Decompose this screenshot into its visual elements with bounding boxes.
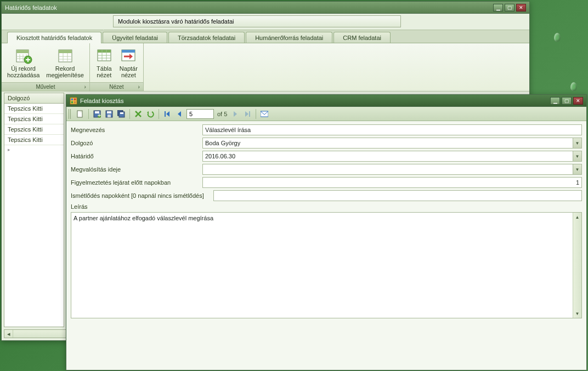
svg-rect-24 bbox=[74, 98, 76, 100]
nav-prev-button[interactable] bbox=[173, 109, 185, 119]
scroll-up-button[interactable]: ▲ bbox=[573, 213, 581, 221]
combo-hatarido[interactable]: 2016.06.30 ▼ bbox=[202, 151, 582, 162]
label-dolgozo: Dolgozó bbox=[71, 140, 202, 146]
undo-button[interactable] bbox=[144, 109, 156, 119]
calendar-plus-icon bbox=[15, 47, 32, 64]
ribbon-table-view[interactable]: Táblanézet bbox=[92, 45, 116, 80]
label-megvalositas: Megvalósítás ideje bbox=[71, 166, 202, 173]
tab-strip: Kiosztott határidős feladatokÜgyvitel fe… bbox=[2, 30, 529, 43]
dialog-form: Megnevezés Dolgozó Boda György ▼ Határid… bbox=[66, 121, 586, 370]
breadcrumb-bar: Modulok kiosztásra váró határidős felada… bbox=[2, 14, 529, 30]
grid-row[interactable]: Tepszics Kitti bbox=[4, 135, 64, 145]
combo-megvalositas[interactable]: ▼ bbox=[202, 164, 582, 175]
ribbon-show-record[interactable]: Rekordmegjelenítése bbox=[43, 45, 87, 80]
nav-next-button[interactable] bbox=[229, 109, 241, 119]
label-ismetlodes: Ismétlődés napokként [0 napnál nincs ism… bbox=[71, 192, 213, 199]
undo-icon bbox=[146, 110, 154, 118]
mail-button[interactable] bbox=[258, 109, 270, 119]
new-button[interactable] bbox=[74, 109, 86, 119]
ribbon-calendar-view[interactable]: Naptárnézet bbox=[116, 45, 141, 80]
grid-new-row[interactable] bbox=[4, 145, 64, 154]
dialog-icon bbox=[70, 97, 77, 105]
grid-row[interactable]: Tepszics Kitti bbox=[4, 124, 64, 135]
label-megnevezes: Megnevezés bbox=[71, 127, 202, 133]
svg-text:+: + bbox=[98, 112, 101, 118]
svg-rect-15 bbox=[98, 50, 111, 53]
grid-row[interactable]: Tepszics Kitti bbox=[4, 114, 64, 124]
ribbon-new-record[interactable]: Új rekordhozzáadása bbox=[4, 45, 43, 80]
nav-first-button[interactable] bbox=[161, 109, 173, 119]
svg-rect-1 bbox=[16, 50, 29, 53]
scroll-down-button[interactable]: ▼ bbox=[573, 309, 581, 318]
delete-icon bbox=[135, 111, 142, 117]
ribbon: Új rekordhozzáadásaRekordmegjelenítéseMű… bbox=[2, 43, 529, 92]
nav-last-button[interactable] bbox=[241, 109, 253, 119]
tab-2[interactable]: Törzsadatok feladatai bbox=[168, 32, 245, 43]
tab-3[interactable]: Humánerőforrás feladatai bbox=[246, 32, 332, 43]
tab-0[interactable]: Kiosztott határidős feladatok bbox=[7, 32, 101, 43]
calendar-arrow-icon bbox=[120, 47, 137, 64]
svg-rect-25 bbox=[71, 101, 74, 103]
svg-rect-34 bbox=[108, 115, 111, 117]
input-ismetlodes[interactable] bbox=[213, 190, 582, 201]
ribbon-group-label-0[interactable]: Művelet bbox=[2, 82, 89, 91]
scroll-left-button[interactable]: ◂ bbox=[4, 330, 13, 338]
combo-dolgozo-value: Boda György bbox=[203, 140, 573, 146]
dialog-title: Feladat kiosztás bbox=[80, 98, 549, 104]
first-icon bbox=[164, 111, 171, 117]
page-of-label: of 5 bbox=[217, 111, 227, 117]
svg-rect-39 bbox=[249, 111, 250, 117]
label-figyelmeztetes: Figyelmeztetés lejárat előtt napokban bbox=[71, 179, 202, 186]
main-titlebar: Határidős feladatok ▁ ▢ ✕ bbox=[2, 2, 529, 14]
save-icon bbox=[105, 110, 113, 118]
mail-icon bbox=[261, 111, 268, 117]
svg-rect-23 bbox=[71, 98, 74, 100]
textarea-leiras[interactable] bbox=[71, 213, 581, 317]
grid-header[interactable]: Dolgozó bbox=[4, 93, 64, 104]
save-new-icon: + bbox=[93, 110, 101, 118]
combo-dolgozo[interactable]: Boda György ▼ bbox=[202, 138, 582, 149]
dialog-maximize-button[interactable]: ▢ bbox=[562, 97, 572, 105]
textarea-wrapper: ▲ ▼ bbox=[71, 212, 582, 318]
save-edit-button[interactable]: + bbox=[91, 109, 103, 119]
last-icon bbox=[244, 111, 251, 117]
dialog-titlebar: Feladat kiosztás ▁ ▢ ✕ bbox=[66, 95, 586, 107]
input-megnevezes[interactable] bbox=[202, 124, 582, 135]
page-number-input[interactable] bbox=[186, 109, 214, 119]
textarea-scrollbar[interactable]: ▲ ▼ bbox=[573, 213, 581, 318]
chevron-down-icon[interactable]: ▼ bbox=[573, 151, 581, 161]
new-document-icon bbox=[76, 110, 84, 118]
label-hatarido: Határidő bbox=[71, 153, 202, 159]
grid-panel: Dolgozó Tepszics KittiTepszics KittiTeps… bbox=[4, 93, 64, 327]
main-close-button[interactable]: ✕ bbox=[516, 4, 526, 12]
main-minimize-button[interactable]: ▁ bbox=[493, 4, 503, 12]
svg-rect-26 bbox=[74, 101, 76, 103]
input-figyelmeztetes[interactable] bbox=[202, 177, 582, 188]
tab-1[interactable]: Ügyvitel feladatai bbox=[103, 32, 167, 43]
grid-row[interactable]: Tepszics Kitti bbox=[4, 104, 64, 114]
chevron-down-icon[interactable]: ▼ bbox=[573, 138, 581, 148]
svg-rect-9 bbox=[59, 50, 72, 53]
dialog-minimize-button[interactable]: ▁ bbox=[550, 97, 560, 105]
ribbon-group-label-1[interactable]: Nézet bbox=[90, 82, 143, 91]
save-button[interactable] bbox=[103, 109, 115, 119]
main-window-title: Határidős feladatok bbox=[5, 4, 491, 11]
breadcrumb-box[interactable]: Modulok kiosztásra váró határidős felada… bbox=[113, 15, 401, 27]
label-leiras: Leírás bbox=[71, 203, 582, 210]
dialog-window: Feladat kiosztás ▁ ▢ ✕ + bbox=[66, 94, 587, 370]
table-icon bbox=[95, 47, 113, 64]
dialog-close-button[interactable]: ✕ bbox=[573, 97, 583, 105]
prev-icon bbox=[176, 111, 183, 117]
svg-rect-38 bbox=[165, 111, 166, 117]
main-maximize-button[interactable]: ▢ bbox=[505, 4, 514, 12]
tab-4[interactable]: CRM feladatai bbox=[333, 32, 391, 43]
ribbon-group-1: TáblanézetNaptárnézetNézet bbox=[90, 43, 144, 91]
chevron-down-icon[interactable]: ▼ bbox=[573, 164, 581, 174]
delete-button[interactable] bbox=[132, 109, 144, 119]
save-all-button[interactable] bbox=[115, 109, 127, 119]
toolbar-grip bbox=[69, 109, 72, 119]
svg-rect-37 bbox=[120, 112, 123, 114]
breadcrumb-text: Modulok kiosztásra váró határidős felada… bbox=[118, 18, 234, 25]
dialog-toolbar: + of 5 bbox=[66, 107, 586, 121]
svg-rect-21 bbox=[122, 50, 135, 53]
